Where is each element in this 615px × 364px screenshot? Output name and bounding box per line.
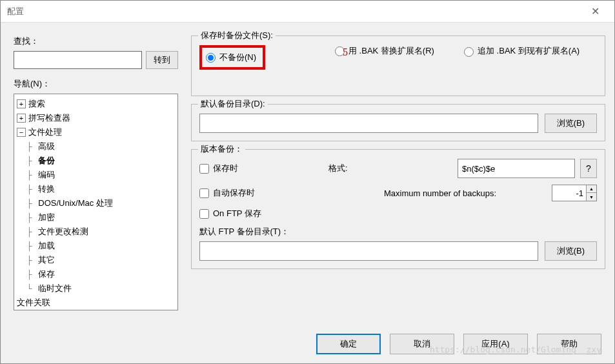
radio-no-backup-input[interactable] <box>206 53 216 63</box>
config-dialog: 配置 ✕ 查找： 转到 导航(N)： + 搜索 + 拼写检查器 − <box>0 0 615 364</box>
dialog-footer: 确定 取消 应用(A) 帮助 <box>1 325 614 363</box>
max-backups-label: Maximum number of backups: <box>328 188 552 198</box>
tree-item-search[interactable]: + 搜索 <box>15 97 176 111</box>
browse-button[interactable]: 浏览(B) <box>545 114 597 133</box>
tree-line-icon: ├ <box>17 227 37 237</box>
format-input[interactable] <box>458 159 575 178</box>
tree-line-icon: ├ <box>17 213 37 223</box>
tree-item-loading[interactable]: ├ 加载 <box>15 239 176 253</box>
help-button[interactable]: 帮助 <box>537 334 601 354</box>
tree-item-encrypt[interactable]: ├ 加密 <box>15 210 176 225</box>
ftp-backup-dir-input[interactable] <box>199 241 538 261</box>
tree-item-backup[interactable]: ├ 备份 <box>15 154 176 168</box>
checkbox-on-save-input[interactable] <box>199 164 209 174</box>
checkbox-on-autosave[interactable]: 自动保存时 <box>199 187 328 199</box>
collapse-icon[interactable]: − <box>17 128 26 137</box>
goto-button[interactable]: 转到 <box>146 51 178 69</box>
highlight-box: 不备份(N) <box>199 45 265 70</box>
version-backup-group: 版本备份： 保存时 格式: ? <box>191 149 605 269</box>
radio-bak-ext[interactable]: 用 .BAK 替换扩展名(R) <box>335 45 464 57</box>
radio-no-backup[interactable]: 不备份(N) <box>206 52 256 63</box>
tree-line-icon: ├ <box>17 156 37 166</box>
spinner-up-icon[interactable]: ▲ <box>587 185 596 193</box>
format-label: 格式: <box>328 163 458 174</box>
tree-line-icon: ├ <box>17 241 37 251</box>
tree-line-icon: └ <box>17 284 37 294</box>
tree-line-icon: ├ <box>17 256 37 265</box>
tree-line-icon: ├ <box>17 199 37 208</box>
help-format-button[interactable]: ? <box>580 159 597 178</box>
radio-append-bak-input[interactable] <box>464 47 474 57</box>
find-input[interactable] <box>14 51 142 69</box>
tree-item-advanced[interactable]: ├ 高级 <box>15 139 176 154</box>
max-backups-spinner[interactable]: ▲ ▼ <box>552 185 597 201</box>
group-label: 默认备份目录(D): <box>198 98 268 110</box>
titlebar: 配置 ✕ <box>1 1 614 23</box>
apply-button[interactable]: 应用(A) <box>463 334 528 354</box>
tree-item-temp[interactable]: └ 临时文件 <box>15 281 176 296</box>
tree-line-icon: ├ <box>17 185 37 194</box>
tree-line-icon: ├ <box>17 170 37 180</box>
close-icon[interactable]: ✕ <box>582 2 608 21</box>
group-label: 保存时备份文件(S): <box>198 30 276 41</box>
nav-label: 导航(N)： <box>14 78 178 90</box>
tree-item-convert[interactable]: ├ 转换 <box>15 182 176 196</box>
radio-append-bak[interactable]: 追加 .BAK 到现有扩展名(A) <box>464 45 597 57</box>
tree-item-file-handling[interactable]: − 文件处理 <box>15 125 176 139</box>
ftp-dir-label: 默认 FTP 备份目录(T)： <box>199 226 597 238</box>
tree-item-file-assoc[interactable]: 文件关联 <box>15 296 176 310</box>
backup-on-save-group: 保存时备份文件(S): 不备份(N) 5 用 .BAK 替换扩展 <box>191 35 605 96</box>
default-backup-dir-input[interactable] <box>199 114 538 133</box>
checkbox-on-ftp-input[interactable] <box>199 209 209 219</box>
expand-icon[interactable]: + <box>17 99 26 108</box>
tree-item-spell[interactable]: + 拼写检查器 <box>15 111 176 125</box>
tree-item-save[interactable]: ├ 保存 <box>15 267 176 281</box>
cancel-button[interactable]: 取消 <box>390 334 454 354</box>
spinner-down-icon[interactable]: ▼ <box>587 193 596 201</box>
ok-button[interactable]: 确定 <box>316 334 381 354</box>
max-backups-input[interactable] <box>552 185 586 201</box>
group-label: 版本备份： <box>198 143 245 155</box>
tree-line-icon: ├ <box>17 142 37 152</box>
tree-item-dos-unix-mac[interactable]: ├ DOS/Unix/Mac 处理 <box>15 196 176 210</box>
annotation-number: 5 <box>343 46 348 58</box>
checkbox-on-autosave-input[interactable] <box>199 188 209 198</box>
tree-item-encoding[interactable]: ├ 编码 <box>15 168 176 182</box>
tree-item-change-detect[interactable]: ├ 文件更改检测 <box>15 225 176 239</box>
default-backup-dir-group: 默认备份目录(D): 浏览(B) <box>191 104 605 141</box>
checkbox-on-save[interactable]: 保存时 <box>199 163 328 174</box>
checkbox-on-ftp[interactable]: On FTP 保存 <box>199 208 597 219</box>
nav-tree[interactable]: + 搜索 + 拼写检查器 − 文件处理 ├ 高级 ├ 备份 <box>14 94 178 310</box>
expand-icon[interactable]: + <box>17 114 26 123</box>
tree-item-other[interactable]: ├ 其它 <box>15 253 176 267</box>
find-label: 查找： <box>14 35 178 47</box>
window-title: 配置 <box>7 6 582 17</box>
browse-ftp-button[interactable]: 浏览(B) <box>545 241 597 261</box>
tree-line-icon: ├ <box>17 270 37 279</box>
